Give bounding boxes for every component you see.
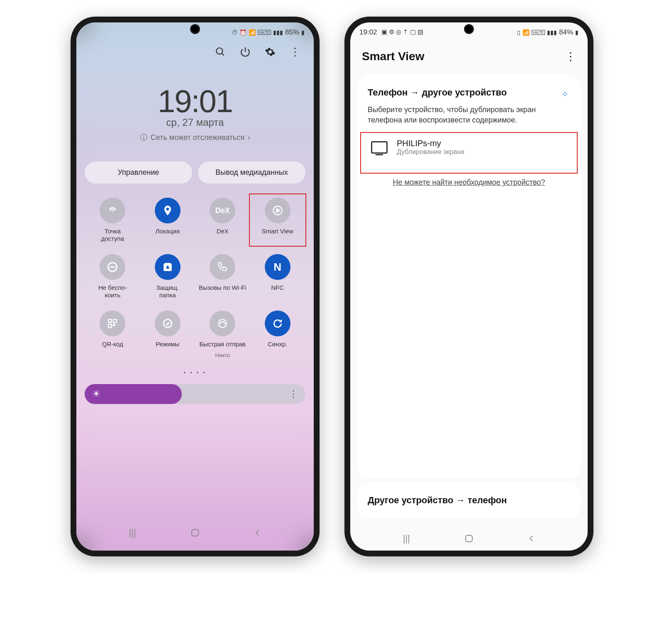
instruction-text: Выберите устройство, чтобы дублировать э… [368, 105, 570, 125]
qs-tile-secure-folder[interactable]: Защищ. папка [142, 254, 193, 299]
nav-recents[interactable]: ||| [398, 532, 415, 545]
device-item-philips[interactable]: PHILIPs-my Дублирование экрана [368, 130, 570, 164]
qs-tile-quickshare[interactable]: Быстрая отправНикто [197, 311, 248, 358]
qs-tile-nfc[interactable]: NNFC [252, 254, 303, 299]
page-indicator: • • • • [76, 367, 314, 379]
qs-tile-dex[interactable]: DeXDeX [197, 198, 248, 242]
svg-point-0 [216, 48, 222, 54]
tile-label: Защищ. папка [156, 284, 179, 299]
nav-back[interactable] [249, 526, 266, 539]
qs-tile-location[interactable]: Локация [142, 198, 193, 242]
battery-percent: 84% [559, 28, 573, 37]
device-subtitle: Дублирование экрана [397, 148, 464, 156]
nav-back[interactable] [523, 532, 540, 545]
svg-rect-13 [192, 529, 198, 536]
status-misc-icon: ◎ [396, 28, 401, 37]
volte-icon: VoLTE [532, 30, 545, 35]
network-monitored-note[interactable]: ⓘ Сеть может отслеживаться › [76, 132, 314, 142]
reverse-direction-label: Другое устройство → телефон [368, 495, 570, 506]
tile-label: Быстрая отправ [199, 340, 246, 348]
tile-label: Режимы [156, 340, 179, 348]
tab-manage[interactable]: Управление [85, 162, 192, 184]
svg-line-1 [222, 53, 224, 55]
device-to-phone-card[interactable]: Другое устройство → телефон [357, 482, 581, 518]
tile-label: QR-код [102, 340, 123, 348]
nav-home[interactable] [187, 526, 203, 539]
dnd-icon [100, 254, 125, 280]
battery-percent: 85% [285, 28, 299, 37]
direction-label: Телефон → другое устройство [368, 87, 507, 98]
chevron-right-icon: › [248, 133, 250, 142]
camera-cutout [190, 24, 200, 34]
power-icon[interactable] [239, 46, 251, 58]
qs-tile-wifi-tether[interactable]: Точка доступа [87, 198, 138, 242]
status-sd-icon: ▤ [417, 28, 423, 37]
modes-icon [155, 311, 181, 336]
tile-label: Вызовы по Wi-Fi [199, 284, 246, 291]
smartview-icon [265, 198, 290, 223]
cant-find-link[interactable]: Не можете найти необходимое устройство? [368, 178, 570, 187]
svg-rect-7 [109, 319, 112, 323]
gear-icon[interactable] [264, 46, 276, 58]
qr-icon [100, 311, 125, 336]
svg-rect-14 [466, 535, 472, 542]
tab-media-output[interactable]: Вывод медиаданных [198, 162, 305, 184]
phone-frame-right: 19:02 ▣ ⚙ ◎ ⇡ ▢ ▤ ▯ 📶 VoLTE ▮▮▮ 84% ▮ [344, 17, 593, 556]
sparkle-icon [562, 88, 570, 97]
wifi-icon: 📶 [522, 29, 530, 36]
nav-recents[interactable]: ||| [124, 526, 141, 539]
quickshare-icon [210, 311, 235, 336]
qs-tile-qr[interactable]: QR-код [87, 311, 138, 358]
svg-rect-8 [113, 319, 117, 323]
status-image-icon: ▢ [410, 28, 416, 37]
phone-to-device-card: Телефон → другое устройство Выберите уст… [357, 75, 581, 478]
brightness-icon: ☀ [92, 389, 100, 399]
sync-icon [265, 311, 290, 336]
tile-label: Не беспо- коить [98, 284, 127, 299]
battery-save-icon: ▯ [517, 29, 520, 36]
svg-rect-10 [113, 324, 115, 326]
device-name: PHILIPs-my [397, 139, 464, 148]
alarm-icon: ⏰ [239, 29, 247, 36]
volte-icon: VoLTE [258, 30, 271, 35]
nfc-icon: N [265, 254, 290, 280]
speed-icon: ⏱ [232, 29, 237, 36]
tile-sublabel: Никто [215, 352, 230, 358]
status-hotspot-icon: ⇡ [403, 28, 408, 37]
qs-tile-dnd[interactable]: Не беспо- коить [87, 254, 138, 299]
secure-folder-icon [155, 254, 181, 280]
brightness-more-icon[interactable]: ⋮ [289, 389, 298, 399]
more-icon[interactable]: ⋮ [565, 50, 576, 63]
wifi-call-icon [210, 254, 235, 280]
battery-icon: ▮ [301, 29, 305, 36]
qs-tile-sync[interactable]: Синхр. [252, 311, 303, 358]
qs-tile-wifi-call[interactable]: Вызовы по Wi-Fi [197, 254, 248, 299]
tile-label: Точка доступа [101, 228, 124, 242]
camera-cutout [464, 24, 474, 34]
battery-icon: ▮ [575, 29, 579, 36]
brightness-slider[interactable]: ☀ ⋮ [85, 384, 305, 404]
status-time: 19:02 [359, 28, 377, 37]
svg-rect-9 [109, 324, 112, 328]
tile-label: Smart View [262, 228, 293, 235]
nav-home[interactable] [461, 532, 477, 545]
qs-tile-smartview[interactable]: Smart View [252, 198, 303, 242]
clock-date: ср, 27 марта [76, 117, 314, 128]
clock-time: 19:01 [76, 83, 314, 119]
search-icon[interactable] [214, 46, 227, 58]
wifi-icon: 📶 [249, 29, 256, 36]
tv-icon [371, 141, 388, 154]
phone-frame-left: ⏱ ⏰ 📶 VoLTE ▮▮▮ 85% ▮ [71, 17, 320, 556]
signal-icon: ▮▮▮ [547, 29, 557, 36]
qs-tile-modes[interactable]: Режимы [142, 311, 193, 358]
status-app-icon: ▣ [381, 28, 387, 37]
svg-marker-4 [276, 208, 279, 212]
wifi-tether-icon [100, 198, 125, 223]
dex-icon: DeX [210, 198, 235, 223]
tile-label: Локация [155, 228, 180, 235]
tile-label: Синхр. [268, 340, 288, 348]
signal-icon: ▮▮▮ [273, 29, 283, 36]
tile-label: DeX [217, 228, 229, 235]
more-icon[interactable]: ⋮ [289, 46, 301, 58]
tile-label: NFC [271, 284, 284, 291]
